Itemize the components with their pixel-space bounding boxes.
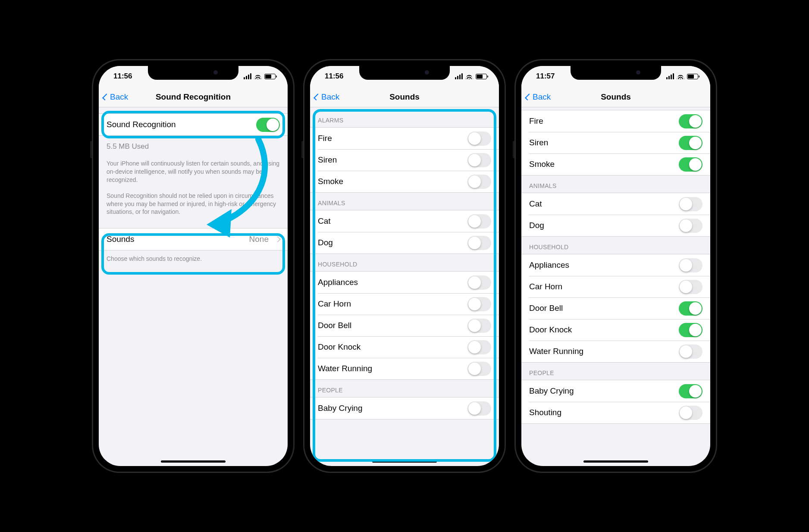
sound-recognition-toggle[interactable] bbox=[256, 118, 280, 132]
section-group: CatDog bbox=[310, 210, 499, 254]
section-header: PEOPLE bbox=[521, 363, 710, 380]
sound-toggle[interactable] bbox=[467, 319, 491, 333]
sound-toggle[interactable] bbox=[679, 258, 702, 272]
row-label: Dog bbox=[529, 221, 544, 230]
row-label: Door Bell bbox=[529, 304, 563, 313]
status-icons bbox=[666, 73, 698, 79]
row-label: Shouting bbox=[529, 408, 561, 417]
sound-toggle[interactable] bbox=[679, 301, 702, 316]
sound-toggle[interactable] bbox=[679, 197, 702, 211]
section-header: ALARMS bbox=[310, 107, 499, 127]
sound-row[interactable]: Siren bbox=[521, 132, 710, 153]
chevron-left-icon bbox=[102, 94, 109, 100]
wifi-icon bbox=[254, 74, 262, 79]
sound-toggle[interactable] bbox=[679, 157, 702, 172]
usage-text: 5.5 MB Used bbox=[99, 136, 288, 152]
row-label: Water Running bbox=[529, 347, 583, 356]
section-header: HOUSEHOLD bbox=[521, 237, 710, 254]
sound-toggle[interactable] bbox=[679, 344, 702, 359]
row-label: Cat bbox=[318, 216, 331, 226]
sound-toggle[interactable] bbox=[467, 214, 491, 228]
content: FireSirenSmokeANIMALSCatDogHOUSEHOLDAppl… bbox=[521, 107, 710, 466]
sound-row[interactable]: Door Knock bbox=[310, 336, 499, 358]
sound-row[interactable]: Baby Crying bbox=[521, 380, 710, 402]
sound-row[interactable]: Car Horn bbox=[310, 293, 499, 315]
sound-row[interactable]: Car Horn bbox=[521, 276, 710, 297]
section-header: ANIMALS bbox=[310, 193, 499, 210]
sound-toggle[interactable] bbox=[467, 297, 491, 311]
sound-row[interactable]: Door Bell bbox=[310, 315, 499, 336]
row-label: Baby Crying bbox=[318, 404, 363, 413]
nav-bar: Back Sounds bbox=[521, 87, 710, 107]
row-label: Fire bbox=[318, 134, 332, 143]
back-button[interactable]: Back bbox=[314, 92, 339, 102]
sound-toggle[interactable] bbox=[467, 340, 491, 354]
sound-row[interactable]: Baby Crying bbox=[310, 397, 499, 419]
sound-row[interactable]: Smoke bbox=[310, 171, 499, 192]
section-header: HOUSEHOLD bbox=[310, 254, 499, 271]
status-time: 11:56 bbox=[113, 72, 132, 81]
sound-toggle[interactable] bbox=[467, 275, 491, 290]
sound-toggle[interactable] bbox=[679, 384, 702, 398]
sound-row[interactable]: Siren bbox=[310, 149, 499, 171]
sound-row[interactable]: Dog bbox=[310, 232, 499, 253]
row-label: Door Knock bbox=[529, 325, 572, 335]
sound-toggle[interactable] bbox=[679, 219, 702, 233]
row-label: Car Horn bbox=[529, 282, 562, 291]
sound-row[interactable]: Appliances bbox=[310, 272, 499, 293]
sound-toggle[interactable] bbox=[679, 323, 702, 337]
wifi-icon bbox=[465, 74, 473, 79]
sound-row[interactable]: Fire bbox=[310, 128, 499, 149]
section-group: AppliancesCar HornDoor BellDoor KnockWat… bbox=[521, 254, 710, 363]
sound-toggle[interactable] bbox=[467, 236, 491, 250]
sound-row[interactable]: Water Running bbox=[310, 358, 499, 379]
back-label: Back bbox=[321, 92, 339, 102]
chevron-left-icon bbox=[314, 94, 320, 100]
phone-frame-2: 11:56 Back Sounds ALARMSFireSirenSmokeAN… bbox=[303, 59, 506, 473]
sound-toggle[interactable] bbox=[679, 136, 702, 150]
screen: 11:56 Back Sounds ALARMSFireSirenSmokeAN… bbox=[310, 66, 499, 466]
home-indicator[interactable] bbox=[583, 460, 648, 463]
sound-toggle[interactable] bbox=[467, 362, 491, 376]
sound-toggle[interactable] bbox=[679, 406, 702, 420]
battery-icon bbox=[264, 74, 276, 79]
sound-row[interactable]: Shouting bbox=[521, 402, 710, 423]
row-label: Baby Crying bbox=[529, 386, 574, 396]
home-indicator[interactable] bbox=[161, 460, 226, 463]
sound-row[interactable]: Fire bbox=[521, 110, 710, 132]
status-time: 11:56 bbox=[325, 72, 343, 81]
section-group: AppliancesCar HornDoor BellDoor KnockWat… bbox=[310, 271, 499, 380]
back-button[interactable]: Back bbox=[103, 92, 128, 102]
description-1: Your iPhone will continuously listen for… bbox=[99, 152, 288, 184]
sound-row[interactable]: Cat bbox=[521, 193, 710, 215]
sound-row[interactable]: Cat bbox=[310, 210, 499, 232]
sound-toggle[interactable] bbox=[467, 153, 491, 167]
notch bbox=[571, 66, 661, 80]
sound-toggle[interactable] bbox=[679, 280, 702, 294]
sound-toggle[interactable] bbox=[679, 114, 702, 128]
sound-toggle[interactable] bbox=[467, 175, 491, 189]
section-group: CatDog bbox=[521, 193, 710, 237]
sound-row[interactable]: Dog bbox=[521, 215, 710, 236]
cellular-icon bbox=[455, 73, 463, 79]
home-indicator[interactable] bbox=[372, 460, 437, 463]
sound-row[interactable]: Appliances bbox=[521, 254, 710, 276]
row-label: Appliances bbox=[529, 260, 569, 270]
cellular-icon bbox=[666, 73, 674, 79]
screen: 11:56 Back Sound Recognition Sound Recog… bbox=[99, 66, 288, 466]
content: ALARMSFireSirenSmokeANIMALSCatDogHOUSEHO… bbox=[310, 107, 499, 466]
sound-recognition-row[interactable]: Sound Recognition bbox=[99, 114, 288, 135]
sound-row[interactable]: Smoke bbox=[521, 153, 710, 175]
chevron-right-icon bbox=[275, 236, 281, 242]
sounds-row[interactable]: Sounds None bbox=[99, 228, 288, 250]
sound-row[interactable]: Door Bell bbox=[521, 297, 710, 319]
row-label: Dog bbox=[318, 238, 333, 247]
sound-toggle[interactable] bbox=[467, 131, 491, 146]
sound-toggle[interactable] bbox=[467, 401, 491, 416]
sound-row[interactable]: Water Running bbox=[521, 341, 710, 362]
back-label: Back bbox=[110, 92, 128, 102]
chevron-left-icon bbox=[525, 94, 532, 100]
back-button[interactable]: Back bbox=[526, 92, 551, 102]
section-group: Baby CryingShouting bbox=[521, 380, 710, 424]
sound-row[interactable]: Door Knock bbox=[521, 319, 710, 341]
